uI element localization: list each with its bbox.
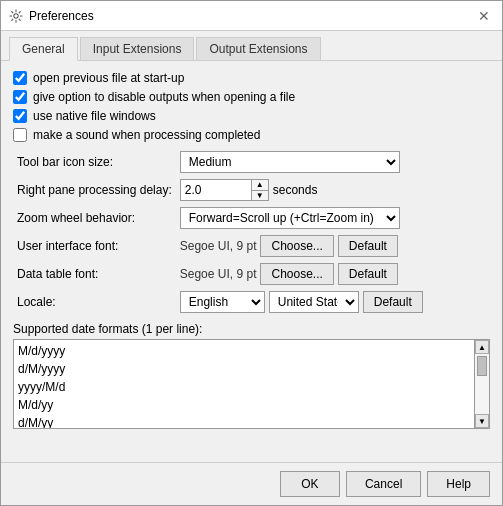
- checkbox-label-3: use native file windows: [33, 109, 156, 123]
- tab-output-extensions[interactable]: Output Extensions: [196, 37, 320, 60]
- scroll-down-arrow[interactable]: ▼: [475, 414, 489, 428]
- spinner: ▲ ▼: [180, 179, 269, 201]
- processing-delay-control: ▲ ▼ seconds: [180, 179, 486, 201]
- toolbar-icon-row: Tool bar icon size: Medium: [13, 148, 490, 176]
- locale-control: English United State Default: [180, 291, 486, 313]
- data-font-choose-button[interactable]: Choose...: [260, 263, 333, 285]
- data-font-value: Segoe UI, 9 pt: [180, 267, 257, 281]
- locale-row: Locale: English United State Default: [13, 288, 490, 316]
- tab-input-extensions[interactable]: Input Extensions: [80, 37, 195, 60]
- zoom-behavior-select[interactable]: Forward=Scroll up (+Ctrl=Zoom in): [180, 207, 400, 229]
- checkbox-sound[interactable]: [13, 128, 27, 142]
- dialog-footer: OK Cancel Help: [1, 462, 502, 505]
- ui-font-row: User interface font: Segoe UI, 9 pt Choo…: [13, 232, 490, 260]
- processing-delay-unit: seconds: [273, 183, 318, 197]
- checkbox-label-2: give option to disable outputs when open…: [33, 90, 295, 104]
- checkbox-row-1: open previous file at start-up: [13, 71, 490, 85]
- ui-font-default-button[interactable]: Default: [338, 235, 398, 257]
- tab-bar: General Input Extensions Output Extensio…: [1, 31, 502, 61]
- date-formats-scrollbar: ▲ ▼: [474, 339, 490, 429]
- ui-font-choose-button[interactable]: Choose...: [260, 235, 333, 257]
- zoom-behavior-control: Forward=Scroll up (+Ctrl=Zoom in): [180, 207, 486, 229]
- date-formats-wrapper: M/d/yyyy d/M/yyyy yyyy/M/d M/d/yy d/M/yy…: [13, 339, 490, 429]
- processing-delay-row: Right pane processing delay: ▲ ▼ seconds: [13, 176, 490, 204]
- cancel-button[interactable]: Cancel: [346, 471, 421, 497]
- title-bar: Preferences ✕: [1, 1, 502, 31]
- date-format-line-1: M/d/yyyy: [18, 342, 470, 360]
- zoom-behavior-row: Zoom wheel behavior: Forward=Scroll up (…: [13, 204, 490, 232]
- svg-point-0: [14, 13, 18, 17]
- data-font-default-button[interactable]: Default: [338, 263, 398, 285]
- general-tab-content: open previous file at start-up give opti…: [1, 61, 502, 462]
- close-button[interactable]: ✕: [474, 6, 494, 26]
- zoom-behavior-label: Zoom wheel behavior:: [17, 211, 135, 225]
- toolbar-icon-size-select[interactable]: Medium: [180, 151, 400, 173]
- checkbox-label-4: make a sound when processing completed: [33, 128, 260, 142]
- scroll-up-arrow[interactable]: ▲: [475, 340, 489, 354]
- spinner-buttons: ▲ ▼: [251, 180, 268, 200]
- data-font-label: Data table font:: [17, 267, 98, 281]
- checkbox-disable-outputs[interactable]: [13, 90, 27, 104]
- settings-form: Tool bar icon size: Medium Right pane pr…: [13, 148, 490, 316]
- preferences-window: Preferences ✕ General Input Extensions O…: [0, 0, 503, 506]
- checkbox-open-previous[interactable]: [13, 71, 27, 85]
- date-format-line-5: d/M/yy: [18, 414, 470, 429]
- toolbar-icon-control: Medium: [180, 151, 486, 173]
- help-button[interactable]: Help: [427, 471, 490, 497]
- checkbox-label-1: open previous file at start-up: [33, 71, 184, 85]
- window-title: Preferences: [29, 9, 94, 23]
- processing-delay-label: Right pane processing delay:: [17, 183, 172, 197]
- processing-delay-input[interactable]: [181, 180, 251, 200]
- spin-up-button[interactable]: ▲: [252, 180, 268, 190]
- tab-general[interactable]: General: [9, 37, 78, 61]
- ui-font-label: User interface font:: [17, 239, 118, 253]
- ui-font-control: Segoe UI, 9 pt Choose... Default: [180, 235, 486, 257]
- data-font-row: Data table font: Segoe UI, 9 pt Choose..…: [13, 260, 490, 288]
- date-formats-label: Supported date formats (1 per line):: [13, 322, 490, 336]
- scroll-thumb[interactable]: [477, 356, 487, 376]
- ui-font-value: Segoe UI, 9 pt: [180, 239, 257, 253]
- date-format-line-3: yyyy/M/d: [18, 378, 470, 396]
- checkbox-row-3: use native file windows: [13, 109, 490, 123]
- checkbox-row-4: make a sound when processing completed: [13, 128, 490, 142]
- spin-down-button[interactable]: ▼: [252, 190, 268, 200]
- toolbar-icon-size-label: Tool bar icon size:: [17, 155, 113, 169]
- data-font-control: Segoe UI, 9 pt Choose... Default: [180, 263, 486, 285]
- locale-region-select[interactable]: United State: [269, 291, 359, 313]
- date-format-line-2: d/M/yyyy: [18, 360, 470, 378]
- locale-default-button[interactable]: Default: [363, 291, 423, 313]
- date-format-line-4: M/d/yy: [18, 396, 470, 414]
- locale-label: Locale:: [17, 295, 56, 309]
- preferences-icon: [9, 9, 23, 23]
- checkbox-row-2: give option to disable outputs when open…: [13, 90, 490, 104]
- title-bar-left: Preferences: [9, 9, 94, 23]
- ok-button[interactable]: OK: [280, 471, 340, 497]
- checkbox-native-windows[interactable]: [13, 109, 27, 123]
- locale-language-select[interactable]: English: [180, 291, 265, 313]
- date-formats-text[interactable]: M/d/yyyy d/M/yyyy yyyy/M/d M/d/yy d/M/yy: [13, 339, 474, 429]
